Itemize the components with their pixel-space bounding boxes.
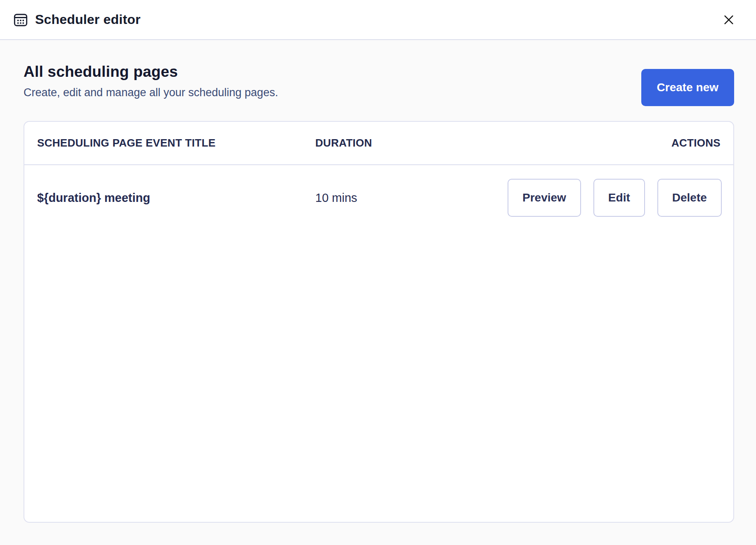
close-icon [722, 13, 735, 26]
table-header-row: SCHEDULING PAGE EVENT TITLE DURATION ACT… [24, 122, 733, 165]
column-header-title: SCHEDULING PAGE EVENT TITLE [37, 137, 315, 149]
preview-button[interactable]: Preview [508, 179, 581, 217]
calendar-icon [12, 12, 29, 28]
scheduling-pages-card: SCHEDULING PAGE EVENT TITLE DURATION ACT… [24, 121, 734, 523]
edit-button[interactable]: Edit [593, 179, 645, 217]
row-event-title: ${duration} meeting [37, 191, 315, 205]
page-head-text: All scheduling pages Create, edit and ma… [24, 63, 278, 99]
table-row: ${duration} meeting 10 mins Preview Edit… [24, 165, 733, 230]
page-head: All scheduling pages Create, edit and ma… [24, 63, 734, 106]
modal-header: Scheduler editor [0, 0, 756, 40]
modal-body: All scheduling pages Create, edit and ma… [0, 40, 756, 523]
row-duration: 10 mins [315, 191, 508, 205]
delete-button[interactable]: Delete [657, 179, 722, 217]
create-new-button[interactable]: Create new [641, 69, 734, 106]
column-header-actions: ACTIONS [508, 137, 721, 149]
column-header-duration: DURATION [315, 137, 508, 149]
close-button[interactable] [720, 11, 738, 29]
page-title: All scheduling pages [24, 63, 278, 81]
modal-title: Scheduler editor [35, 12, 141, 27]
page-subtitle: Create, edit and manage all your schedul… [24, 86, 278, 99]
row-actions: Preview Edit Delete [508, 179, 722, 217]
